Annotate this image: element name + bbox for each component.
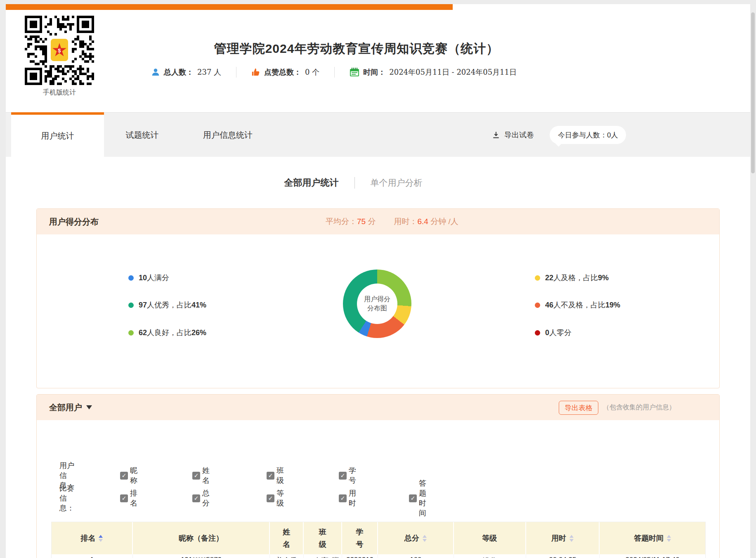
filter-class[interactable]: 班级 xyxy=(267,466,284,485)
legend-dot-orange xyxy=(535,303,540,308)
sort-answer-time[interactable] xyxy=(667,535,671,542)
legend-zero: 0人零分 xyxy=(535,328,572,338)
checkbox-checked[interactable] xyxy=(409,494,417,502)
time-unit: 分钟 /人 xyxy=(430,217,458,226)
legend-good: 62人良好，占比26% xyxy=(128,328,206,338)
filter-label: 比赛信息： xyxy=(59,483,74,513)
cell-answer-time: 2024/05/11 17:40 xyxy=(600,554,705,558)
cell-total-score: 100 xyxy=(378,554,454,558)
qr-logo: ★$ xyxy=(51,39,68,61)
legend-dot-darkred xyxy=(535,330,540,336)
col-total-score: 总分 xyxy=(378,522,454,554)
score-panel-header: 用户得分分布 平均分：75 分 用时：6.4 分钟 /人 xyxy=(37,209,719,234)
checkbox-checked[interactable] xyxy=(120,472,128,480)
page: ★$ 手机版统计 管理学院2024年劳动教育宣传周知识竞赛（统计） 总人数： 2… xyxy=(0,0,756,558)
calendar-icon xyxy=(350,68,359,77)
checkbox-checked[interactable] xyxy=(192,472,200,480)
cell-student-id: 2230219 xyxy=(342,554,378,558)
qr-label: 手机版统计 xyxy=(25,88,94,97)
users-panel-title[interactable]: 全部用户 xyxy=(49,402,92,413)
col-answer-time: 答题时间 xyxy=(600,522,705,554)
chevron-down-icon xyxy=(86,405,92,409)
legend-dot-green xyxy=(128,330,134,336)
filter-duration[interactable]: 用时 xyxy=(339,488,356,508)
tab-userinfo-stats[interactable]: 用户信息统计 xyxy=(180,113,275,157)
export-table-button[interactable]: 导出表格 xyxy=(559,401,598,415)
stats-row: 总人数： 237 人 点赞总数： 0 个 xyxy=(151,65,517,79)
stat-label: 时间： xyxy=(363,67,385,77)
qr-block: ★$ 手机版统计 xyxy=(25,16,94,97)
cell-rank: 1 xyxy=(52,554,133,558)
divider xyxy=(334,67,335,78)
table-row: 1 131*****5879 姜金香 22电商4班 2230219 100 满分… xyxy=(52,554,705,558)
export-paper-button[interactable]: 导出试卷 xyxy=(492,113,534,157)
subtab-all-users[interactable]: 全部用户统计 xyxy=(284,177,339,189)
cell-duration: 00:04:25 xyxy=(526,554,600,558)
tab-strip: 用户统计 试题统计 用户信息统计 导出试卷 今日参与人数：0人 xyxy=(6,112,750,157)
total-people-stat: 总人数： 237 人 xyxy=(151,67,221,77)
col-rank: 排名 xyxy=(52,522,133,554)
cell-name: 姜金香 xyxy=(270,554,304,558)
today-participants-text: 今日参与人数：0人 xyxy=(558,130,618,140)
checkbox-checked[interactable] xyxy=(339,472,347,480)
filter-nickname[interactable]: 昵称 xyxy=(120,466,137,485)
download-icon xyxy=(492,131,500,139)
page-title: 管理学院2024年劳动教育宣传周知识竞赛（统计） xyxy=(130,40,584,57)
stat-label: 点赞总数： xyxy=(264,67,301,77)
legend-full-score: 10人满分 xyxy=(128,273,169,283)
col-nickname: 昵称（备注） xyxy=(133,522,270,554)
thumbs-up-icon xyxy=(251,68,260,77)
time-range-stat: 时间： 2024年05月11日 - 2024年05月11日 xyxy=(350,67,517,77)
col-duration: 用时 xyxy=(526,522,600,554)
score-metrics: 平均分：75 分 用时：6.4 分钟 /人 xyxy=(326,209,458,234)
avg-value: 75 xyxy=(357,217,366,226)
stat-label: 总人数： xyxy=(164,67,194,77)
sort-total-score[interactable] xyxy=(423,535,427,542)
avg-time: 用时：6.4 分钟 /人 xyxy=(394,216,458,227)
checkbox-checked[interactable] xyxy=(120,494,128,502)
sort-rank[interactable] xyxy=(99,535,103,542)
export-paper-label: 导出试卷 xyxy=(504,130,534,140)
checkbox-checked[interactable] xyxy=(192,494,200,502)
checkbox-checked[interactable] xyxy=(267,494,274,502)
subtab-row: 全部用户统计 单个用户分析 xyxy=(6,177,750,189)
avg-score: 平均分：75 分 xyxy=(326,216,376,227)
avg-unit: 分 xyxy=(368,217,376,226)
today-participants-badge: 今日参与人数：0人 xyxy=(550,126,626,144)
subtab-single-user[interactable]: 单个用户分析 xyxy=(371,177,423,189)
checkbox-checked[interactable] xyxy=(339,494,347,502)
tab-question-stats[interactable]: 试题统计 xyxy=(104,113,180,157)
content-card: ★$ 手机版统计 管理学院2024年劳动教育宣传周知识竞赛（统计） 总人数： 2… xyxy=(6,4,750,558)
person-icon xyxy=(151,68,160,77)
col-name: 姓名 xyxy=(270,522,304,554)
sort-duration[interactable] xyxy=(569,535,574,542)
col-class: 班级 xyxy=(304,522,342,554)
bubble-tail xyxy=(555,140,562,147)
users-table: 排名 昵称（备注） 姓名 班级 学号 总分 等级 用时 xyxy=(51,522,706,558)
users-panel-header: 全部用户 导出表格 （包含收集的用户信息） xyxy=(37,395,719,420)
legend-dot-yellow xyxy=(535,275,540,281)
donut-center-label: 用户得分 分布图 xyxy=(357,284,397,324)
filter-rank[interactable]: 排名 xyxy=(120,488,137,508)
filter-total-score[interactable]: 总分 xyxy=(192,488,210,508)
tab-user-stats[interactable]: 用户统计 xyxy=(11,112,104,157)
divider xyxy=(354,177,355,189)
scrollbar[interactable] xyxy=(751,12,755,173)
filter-answer-time[interactable]: 答题时间 xyxy=(409,478,426,518)
legend-fail: 46人不及格，占比19% xyxy=(535,300,620,310)
checkbox-checked[interactable] xyxy=(267,472,274,480)
filter-student-id[interactable]: 学号 xyxy=(339,466,356,485)
export-note: （包含收集的用户信息） xyxy=(603,395,676,420)
legend-dot-teal xyxy=(128,303,134,308)
filter-name[interactable]: 姓名 xyxy=(192,466,210,485)
legend-excellent: 97人优秀，占比41% xyxy=(128,300,206,310)
filter-grade[interactable]: 等级 xyxy=(267,488,284,508)
dollar-icon: $ xyxy=(58,42,61,60)
divider xyxy=(236,67,236,78)
score-distribution-panel: 用户得分分布 平均分：75 分 用时：6.4 分钟 /人 10人满分 xyxy=(36,208,720,388)
stat-value: 237 人 xyxy=(197,67,221,77)
time-value: 6.4 xyxy=(417,217,428,226)
legend-pass: 22人及格，占比9% xyxy=(535,273,609,283)
users-table-header: 排名 昵称（备注） 姓名 班级 学号 总分 等级 用时 xyxy=(52,522,705,554)
score-panel-title: 用户得分分布 xyxy=(49,216,99,227)
